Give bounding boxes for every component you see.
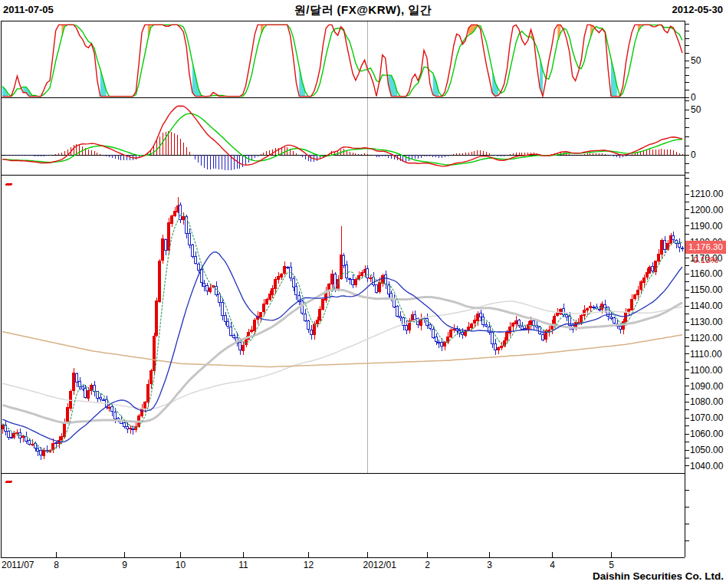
candle-up xyxy=(506,332,508,340)
x-axis-label: 10 xyxy=(176,560,186,570)
hist-bar-negative xyxy=(26,155,27,156)
stoch-axis-label: 50 xyxy=(691,55,701,66)
candle-up xyxy=(31,444,34,445)
ma20-line xyxy=(2,252,682,442)
hist-bar-positive xyxy=(67,149,68,156)
hist-bar-positive xyxy=(269,150,270,155)
candle-up xyxy=(640,282,642,290)
hist-bar-negative xyxy=(302,155,303,157)
candle-down xyxy=(295,286,297,295)
hist-bar-positive xyxy=(97,153,97,155)
hist-bar-negative xyxy=(8,155,8,156)
candle-down xyxy=(192,245,194,257)
candle-up xyxy=(87,391,90,399)
candle-down xyxy=(215,287,218,295)
price-axis-label: 1090.00 xyxy=(690,381,724,392)
candle-down xyxy=(349,278,351,279)
hist-bar-positive xyxy=(510,154,511,155)
candle-up xyxy=(156,301,158,336)
hist-bar-negative xyxy=(429,155,430,156)
hist-bar-negative xyxy=(435,155,436,157)
candle-up xyxy=(557,313,559,315)
candle-down xyxy=(40,451,42,455)
price-axis-label: 1100.00 xyxy=(690,365,723,376)
x-axis-label: 2 xyxy=(425,560,430,570)
candle-down xyxy=(429,324,432,329)
hist-bar-negative xyxy=(23,155,24,156)
candle-up xyxy=(355,280,357,285)
hist-bar-positive xyxy=(261,154,261,155)
hist-bar-positive xyxy=(163,133,163,155)
candle-down xyxy=(426,319,429,326)
candle-down xyxy=(34,444,37,448)
candle-down xyxy=(672,236,675,240)
chart-canvas[interactable]: 5005001040.001050.001060.001070.001080.0… xyxy=(0,0,726,588)
candle-up xyxy=(271,289,274,294)
hist-bar-negative xyxy=(400,155,401,161)
candle-up xyxy=(453,329,455,330)
stoch-axis-label: 0 xyxy=(691,92,696,103)
x-axis-label: 2011/07 xyxy=(2,560,34,570)
candle-down xyxy=(563,309,565,314)
candle-up xyxy=(637,291,639,295)
hist-bar-negative xyxy=(31,155,32,156)
candle-down xyxy=(195,256,197,264)
hist-bar-negative xyxy=(379,155,379,157)
hist-bar-negative xyxy=(426,155,427,156)
hist-bar-positive xyxy=(652,149,653,155)
hist-bar-negative xyxy=(415,155,416,159)
candle-up xyxy=(317,320,319,324)
hist-bar-positive xyxy=(453,154,454,155)
hist-bar-positive xyxy=(682,154,683,155)
candle-down xyxy=(566,315,568,317)
hist-bar-negative xyxy=(38,155,38,156)
candle-up xyxy=(108,408,110,409)
hist-bar-positive xyxy=(468,153,469,155)
candle-down xyxy=(524,328,527,329)
hist-bar-positive xyxy=(94,151,95,155)
hist-bar-negative xyxy=(616,155,617,157)
x-axis-label: 11 xyxy=(238,560,248,570)
candle-down xyxy=(239,342,241,350)
candle-down xyxy=(542,334,544,340)
candle-up xyxy=(625,313,627,322)
candle-up xyxy=(590,307,592,308)
candle-up xyxy=(554,316,556,324)
hist-bar-positive xyxy=(593,153,593,155)
hist-bar-positive xyxy=(166,132,166,155)
candle-down xyxy=(376,285,378,293)
hist-bar-negative xyxy=(442,155,442,158)
hist-bar-positive xyxy=(605,154,606,155)
hist-bar-positive xyxy=(266,151,267,155)
hist-bar-negative xyxy=(198,155,199,163)
candle-down xyxy=(432,330,435,338)
hist-bar-positive xyxy=(355,153,356,155)
price-axis-label: 1070.00 xyxy=(690,412,724,423)
price-axis-label: 1140.00 xyxy=(690,301,723,311)
candle-up xyxy=(278,277,280,280)
hist-bar-positive xyxy=(519,153,520,155)
hist-bar-positive xyxy=(153,146,154,155)
hist-bar-negative xyxy=(210,155,211,169)
hist-bar-negative xyxy=(50,155,51,156)
candle-up xyxy=(67,407,69,421)
hist-bar-positive xyxy=(74,145,74,156)
hist-bar-positive xyxy=(353,153,353,155)
candle-down xyxy=(198,264,200,270)
candle-up xyxy=(331,274,333,284)
candle-down xyxy=(218,294,221,302)
hist-bar-positive xyxy=(459,153,460,155)
hist-bar-negative xyxy=(222,155,222,169)
candle-down xyxy=(352,279,354,284)
candle-up xyxy=(22,436,25,438)
candle-up xyxy=(209,288,212,292)
hist-bar-positive xyxy=(489,153,490,156)
candle-up xyxy=(182,216,185,220)
hist-bar-negative xyxy=(201,155,202,166)
hist-bar-negative xyxy=(115,155,116,159)
hist-bar-negative xyxy=(204,155,205,168)
candle-up xyxy=(61,436,63,440)
candle-up xyxy=(13,433,15,437)
candle-down xyxy=(230,327,232,336)
hist-bar-positive xyxy=(602,153,603,155)
